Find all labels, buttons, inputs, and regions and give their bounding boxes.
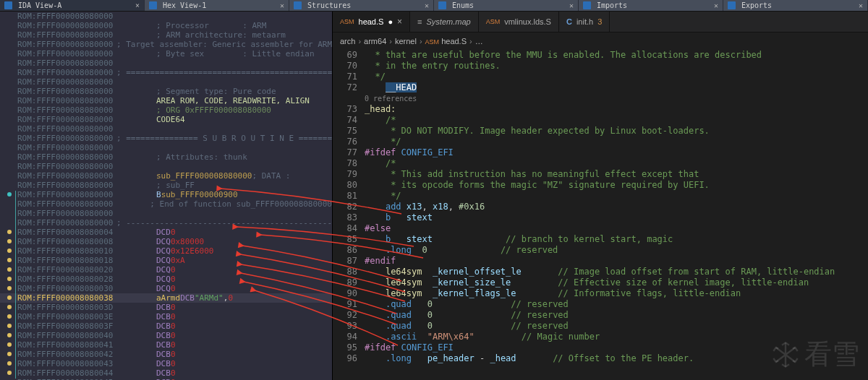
disasm-line[interactable]: ROM:FFFF000008080000 <box>0 143 332 152</box>
disasm-line[interactable]: ROM:FFFF000008080000 ; Byte sex : Little… <box>0 49 332 59</box>
editor-tab[interactable]: ASM head.S ● × <box>333 12 410 32</box>
code-line[interactable]: 85 b stext // branch to kernel start, ma… <box>333 234 868 245</box>
code-line[interactable]: 79 * This add instruction has no meaning… <box>333 169 868 180</box>
disasm-line[interactable]: ROM:FFFF000008080000 <box>0 209 332 218</box>
code-line[interactable]: 96 .long pe_header - _head // Offset to … <box>333 353 868 364</box>
address: ROM:FFFF000008080000 <box>0 152 156 162</box>
code-line[interactable]: 83 b stext <box>333 212 868 223</box>
disasm-line[interactable]: ROM:FFFF000008080000 ; Attributes: thunk <box>0 152 332 162</box>
editor-tab-bar: ASM head.S ● ×≡ System.mapASM vmlinux.ld… <box>333 12 868 33</box>
disasm-line[interactable]: ROM:FFFF000008080000 ; =================… <box>0 68 332 77</box>
close-icon[interactable]: ✕ <box>859 1 863 9</box>
disasm-line[interactable]: ROM:FFFF000008080010 DCQ 0x12E6000 <box>0 246 332 256</box>
disasm-line[interactable]: ROM:FFFF00000808003D DCB 0 <box>0 303 332 312</box>
disasm-line[interactable]: ROM:FFFF000008080041 DCB 0 <box>0 340 332 350</box>
disasm-line[interactable]: ROM:FFFF000008080018 DCQ 0xA <box>0 256 332 265</box>
disasm-line[interactable]: ROM:FFFF000008080000 B sub_FFFF00000900 <box>0 190 332 199</box>
ida-tab[interactable]: Exports✕ <box>723 0 868 11</box>
disasm-line[interactable]: ROM:FFFF000008080000 ; Processor : ARM <box>0 21 332 30</box>
code-line[interactable]: 70 * in the entry routines. <box>333 61 868 72</box>
code-line[interactable]: 78 /* <box>333 158 868 169</box>
disasm-line[interactable]: ROM:FFFF000008080040 DCB 0 <box>0 331 332 340</box>
close-icon[interactable]: ✕ <box>425 1 429 9</box>
gutter-dot <box>7 277 12 281</box>
code-line[interactable]: 76 */ <box>333 137 868 147</box>
disasm-line[interactable]: ROM:FFFF000008080000 <box>0 124 332 134</box>
ida-tab[interactable]: Hex View-1✕ <box>145 0 289 11</box>
disasm-line[interactable]: ROM:FFFF000008080028 DCQ 0 <box>0 275 332 284</box>
code-line[interactable]: 87#endif <box>333 256 868 267</box>
disasm-line[interactable]: ROM:FFFF000008080044 DCB 0 <box>0 368 332 378</box>
breadcrumb-item[interactable]: arm64 <box>364 37 386 46</box>
disasm-line[interactable]: ROM:FFFF000008080000 ; ORG 0xFFFF0000080… <box>0 105 332 115</box>
close-icon[interactable]: ✕ <box>280 1 284 9</box>
close-icon[interactable]: × <box>135 1 140 9</box>
code-line[interactable]: 69 * that are useful before the MMU is e… <box>333 50 868 61</box>
disasm-line[interactable]: ROM:FFFF00000808003E DCB 0 <box>0 312 332 321</box>
code-line[interactable]: 71 */ <box>333 72 868 82</box>
close-icon[interactable]: ✕ <box>714 1 718 9</box>
disasm-line[interactable]: ROM:FFFF000008080000 ; Target assembler:… <box>0 40 332 49</box>
disasm-line[interactable]: ROM:FFFF000008080008 DCQ 0x80000 <box>0 237 332 246</box>
editor-tab[interactable]: C init.h 3 <box>559 12 610 32</box>
code-line[interactable]: 89 le64sym _kernel_size_le // Effective … <box>333 277 868 288</box>
ida-tab[interactable]: IDA View-A× <box>0 0 145 11</box>
disasm-line[interactable]: ROM:FFFF000008080000 AREA ROM, CODE, REA… <box>0 96 332 105</box>
file-icon: ≡ <box>417 17 422 26</box>
code-line[interactable]: 82 add x13, x18, #0x16 <box>333 202 868 212</box>
tab-icon <box>149 1 157 9</box>
code-line[interactable]: 95#ifdef CONFIG_EFI <box>333 342 868 353</box>
editor-code[interactable]: 69 * that are useful before the MMU is e… <box>333 50 868 380</box>
disasm-line[interactable]: ROM:FFFF000008080043 DCB 0 <box>0 359 332 368</box>
close-icon[interactable]: ✕ <box>569 1 574 9</box>
code-line[interactable]: 92 .quad 0 // reserved <box>333 310 868 321</box>
disasm-line[interactable]: ROM:FFFF000008080042 DCB 0 <box>0 350 332 359</box>
ida-tab[interactable]: Enums✕ <box>434 0 579 11</box>
code-line[interactable]: 77#ifdef CONFIG_EFI <box>333 147 868 158</box>
code-line[interactable]: 90 le64sym _kernel_flags_le // Informati… <box>333 288 868 299</box>
ida-disassembly-view[interactable]: ROM:FFFF000008080000 ROM:FFFF00000808000… <box>0 12 333 380</box>
code-line[interactable]: 0 references <box>333 93 868 104</box>
code-line[interactable]: 74 /* <box>333 115 868 126</box>
code-line[interactable]: 72 __HEAD <box>333 82 868 93</box>
disasm-line[interactable]: ROM:FFFF000008080000 ; -----------------… <box>0 218 332 228</box>
disasm-line[interactable]: ROM:FFFF00000808003F DCB 0 <box>0 321 332 331</box>
disasm-line[interactable]: ROM:FFFF000008080000 ; Segment type: Pur… <box>0 87 332 96</box>
disasm-line[interactable]: ROM:FFFF000008080030 DCQ 0 <box>0 284 332 293</box>
disasm-line[interactable]: ROM:FFFF000008080000 <box>0 12 332 21</box>
disasm-line[interactable]: ROM:FFFF000008080000 CODE64 <box>0 115 332 124</box>
editor-tab[interactable]: ASM vmlinux.lds.S <box>479 12 559 32</box>
breadcrumb[interactable]: arch ›arm64 ›kernel ›ASM head.S ›… <box>333 33 868 50</box>
code-line[interactable]: 73_head: <box>333 104 868 115</box>
disasm-line[interactable]: ROM:FFFF000008080004 DCD 0 <box>0 228 332 237</box>
breadcrumb-item[interactable]: arch <box>340 37 355 46</box>
disasm-line[interactable]: ROM:FFFF000008080000 ; =============== S… <box>0 134 332 143</box>
code-line[interactable]: 80 * its opcode forms the magic "MZ" sig… <box>333 180 868 191</box>
code-line[interactable]: 93 .quad 0 // reserved <box>333 321 868 332</box>
code-line[interactable]: 84#else <box>333 223 868 234</box>
ida-tab[interactable]: Structures✕ <box>289 0 434 11</box>
code-line[interactable]: 86 .long 0 // reserved <box>333 245 868 256</box>
code-line[interactable]: 75 * DO NOT MODIFY. Image header expecte… <box>333 126 868 137</box>
disasm-line[interactable]: ROM:FFFF000008080020 DCQ 0 <box>0 265 332 275</box>
breadcrumb-item[interactable]: ASM head.S <box>425 37 467 46</box>
close-icon[interactable]: × <box>397 17 402 27</box>
code-line[interactable]: 91 .quad 0 // reserved <box>333 299 868 310</box>
editor-tab[interactable]: ≡ System.map <box>410 12 479 32</box>
disasm-line[interactable]: ROM:FFFF000008080000 ; ARM architecture:… <box>0 30 332 40</box>
breadcrumb-item[interactable]: kernel <box>395 37 417 46</box>
line-number: 70 <box>333 61 365 72</box>
ida-tab[interactable]: Imports✕ <box>579 0 723 11</box>
disasm-line[interactable]: ROM:FFFF000008080000 <box>0 162 332 171</box>
disasm-line[interactable]: ROM:FFFF000008080000 <box>0 77 332 87</box>
disasm-line[interactable]: ROM:FFFF000008080000 sub_FFFF00000808000… <box>0 171 332 181</box>
disasm-line[interactable]: ROM:FFFF000008080000 ; End of function s… <box>0 199 332 209</box>
disasm-line[interactable]: ROM:FFFF000008080000 <box>0 59 332 68</box>
disasm-line[interactable]: ROM:FFFF000008080000 ; sub_FF <box>0 181 332 190</box>
code-line[interactable]: 88 le64sym _kernel_offset_le // Image lo… <box>333 267 868 277</box>
code-line[interactable]: 94 .ascii "ARM\x64" // Magic number <box>333 332 868 342</box>
breadcrumb-item[interactable]: … <box>475 37 483 46</box>
code-line[interactable]: 81 */ <box>333 191 868 202</box>
address: ROM:FFFF000008080000 <box>0 12 156 21</box>
disasm-line[interactable]: ROM:FFFF000008080038 aArmd DCB "ARMd",0 <box>0 293 332 303</box>
